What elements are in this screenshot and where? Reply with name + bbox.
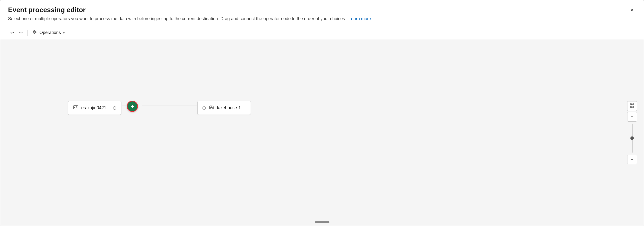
- zoom-fit-icon: [630, 103, 634, 109]
- redo-button[interactable]: ↪: [17, 28, 25, 37]
- add-operation-button[interactable]: +: [127, 101, 138, 112]
- source-node-icon: [73, 105, 78, 111]
- scroll-handle: [315, 222, 330, 223]
- svg-line-3: [34, 32, 37, 33]
- operations-button[interactable]: Operations ∨: [30, 28, 68, 37]
- zoom-slider[interactable]: [632, 122, 632, 154]
- svg-rect-14: [632, 107, 634, 108]
- svg-line-2: [34, 31, 37, 32]
- dialog-header: Event processing editor Select one or mu…: [0, 0, 644, 26]
- destination-node-icon: [209, 105, 214, 111]
- source-node-output: [113, 106, 116, 110]
- svg-point-0: [33, 30, 34, 32]
- zoom-slider-thumb[interactable]: [630, 136, 634, 140]
- source-node: es-xujx-0421: [68, 101, 122, 115]
- svg-rect-13: [630, 107, 632, 108]
- destination-node: lakehouse-1: [197, 101, 251, 115]
- svg-point-1: [33, 32, 34, 34]
- zoom-controls: + −: [627, 101, 637, 164]
- chevron-down-icon: ∨: [63, 31, 65, 34]
- destination-node-label: lakehouse-1: [217, 105, 241, 111]
- dialog-subtitle: Select one or multiple operators you wan…: [8, 16, 636, 22]
- zoom-in-button[interactable]: +: [627, 112, 637, 122]
- toolbar-divider: [28, 30, 28, 36]
- zoom-out-icon: −: [630, 157, 634, 162]
- operations-icon: [32, 30, 38, 36]
- zoom-fit-button[interactable]: [627, 101, 637, 111]
- redo-icon: ↪: [19, 30, 23, 35]
- undo-icon: ↩: [10, 30, 14, 35]
- undo-button[interactable]: ↩: [8, 28, 16, 37]
- connector-svg: [0, 40, 644, 226]
- dialog-title: Event processing editor: [8, 6, 636, 14]
- zoom-slider-track: [632, 123, 632, 153]
- operations-label: Operations: [40, 30, 61, 35]
- toolbar: ↩ ↪ Operations ∨: [0, 26, 644, 40]
- close-button[interactable]: ×: [627, 5, 637, 15]
- destination-node-input: [202, 106, 206, 110]
- source-node-label: es-xujx-0421: [81, 105, 106, 111]
- plus-icon: +: [130, 103, 134, 110]
- learn-more-link[interactable]: Learn more: [349, 16, 371, 21]
- svg-point-7: [74, 107, 75, 108]
- event-processing-editor-dialog: × Event processing editor Select one or …: [0, 0, 644, 226]
- add-button-wrapper: +: [127, 101, 138, 112]
- zoom-in-icon: +: [630, 114, 634, 120]
- canvas-area: es-xujx-0421 + lakehouse-1: [0, 40, 644, 226]
- zoom-out-button[interactable]: −: [627, 155, 637, 164]
- svg-rect-12: [632, 104, 634, 105]
- svg-rect-11: [630, 104, 632, 105]
